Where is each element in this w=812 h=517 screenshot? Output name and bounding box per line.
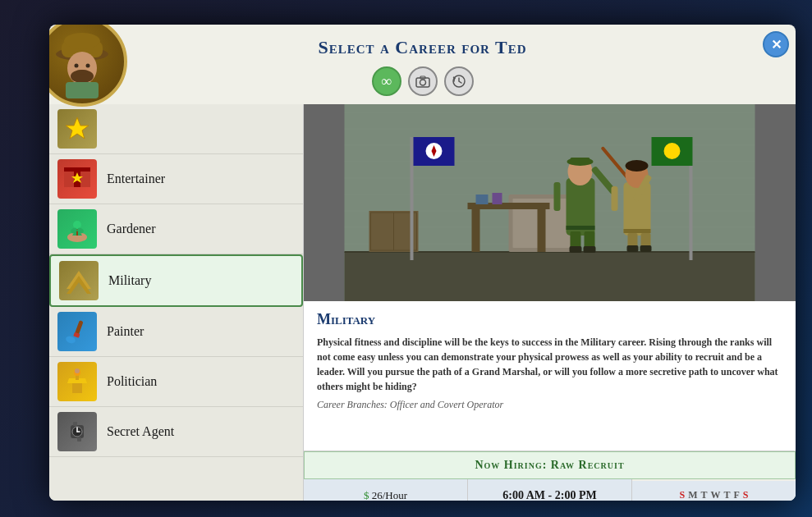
svg-rect-43 (345, 252, 755, 301)
svg-point-33 (75, 368, 80, 373)
svg-rect-68 (584, 246, 596, 253)
career-description: Physical fitness and discipline will be … (317, 335, 782, 394)
career-icon-gardener (57, 209, 97, 249)
svg-point-10 (420, 80, 425, 85)
svg-rect-73 (612, 186, 618, 211)
day-t2: T (723, 489, 730, 501)
stat-schedule-value: 6:00 AM - 2:00 PM (502, 489, 596, 501)
career-icon-military (59, 261, 99, 300)
career-detail: Military Physical fitness and discipline… (304, 104, 796, 501)
svg-rect-60 (571, 158, 590, 164)
career-info: Military Physical fitness and discipline… (304, 301, 796, 451)
stat-days: S M T W T F S (632, 481, 796, 501)
close-button[interactable]: ✕ (763, 31, 789, 57)
dialog-title: Select a Career for Ted (49, 25, 796, 62)
toolbar-history-btn[interactable] (444, 66, 474, 96)
list-item-gardener[interactable]: Gardener (49, 204, 303, 254)
career-list: Entertainer Gardener (49, 104, 304, 501)
svg-rect-8 (66, 82, 99, 98)
svg-rect-78 (640, 245, 652, 252)
career-info-title: Military (317, 311, 782, 328)
career-name-painter: Painter (107, 324, 144, 339)
svg-point-71 (626, 160, 649, 172)
day-s2: S (743, 489, 749, 501)
career-icon-painter (57, 312, 97, 351)
svg-point-4 (75, 63, 79, 67)
svg-rect-81 (538, 209, 546, 252)
hiring-banner: Now Hiring: Raw Recruit (304, 451, 796, 479)
svg-point-54 (664, 143, 681, 159)
list-item-entertainer[interactable]: Entertainer (49, 154, 303, 204)
career-icon-entertainer (57, 159, 97, 199)
main-content: Entertainer Gardener (49, 104, 796, 501)
svg-rect-17 (64, 167, 90, 172)
stat-pay: $ 26/Hour (304, 479, 468, 501)
svg-rect-83 (493, 193, 502, 204)
svg-rect-77 (627, 245, 639, 252)
career-description-bold: Physical fitness and discipline will be … (317, 336, 778, 392)
svg-point-5 (86, 63, 90, 67)
list-item-secret-agent[interactable]: Secret Agent (49, 407, 303, 457)
day-f: F (734, 489, 740, 501)
day-w: W (710, 489, 720, 501)
career-branches: Career Branches: Officer and Covert Oper… (317, 399, 782, 411)
day-s1: S (679, 489, 685, 501)
career-name-secret-agent: Secret Agent (107, 424, 174, 439)
day-m: M (688, 489, 697, 501)
svg-rect-82 (476, 194, 489, 204)
stat-schedule: 6:00 AM - 2:00 PM (468, 479, 632, 501)
toolbar-camera-btn[interactable] (408, 66, 438, 96)
svg-rect-39 (77, 437, 81, 442)
svg-rect-67 (570, 246, 582, 253)
career-dialog: ✕ Select a Career for Ted ∞ (49, 25, 796, 501)
career-icon-politician (57, 362, 97, 401)
svg-point-7 (76, 70, 89, 75)
svg-rect-29 (72, 383, 82, 393)
stat-pay-value: 26/Hour (372, 489, 407, 501)
career-name-politician: Politician (107, 374, 157, 389)
svg-rect-80 (472, 209, 480, 252)
toolbar: ∞ (49, 62, 796, 104)
schedule-days: S M T W T F S (640, 489, 787, 501)
svg-point-2 (64, 33, 100, 49)
svg-rect-38 (73, 422, 77, 426)
list-item[interactable] (49, 104, 303, 154)
toolbar-infinity-btn[interactable]: ∞ (372, 66, 401, 96)
list-item-military[interactable]: Military (49, 254, 303, 307)
career-icon-partial (57, 109, 97, 149)
career-bottom: Now Hiring: Raw Recruit $ 26/Hour 6:00 A… (304, 451, 796, 501)
list-item-politician[interactable]: Politician (49, 357, 303, 407)
svg-rect-69 (624, 182, 651, 236)
svg-marker-13 (66, 117, 89, 139)
svg-rect-63 (554, 182, 561, 211)
stat-pay-label: $ 26/Hour (364, 489, 407, 501)
dollar-sign: $ (364, 489, 369, 501)
career-stats: $ 26/Hour 6:00 AM - 2:00 PM S M T W (304, 479, 796, 501)
career-name-military: Military (108, 273, 151, 288)
career-name-gardener: Gardener (107, 222, 156, 236)
career-icon-secret-agent (57, 412, 97, 451)
svg-rect-48 (411, 137, 414, 260)
svg-rect-74 (624, 229, 651, 233)
day-t1: T (700, 489, 707, 501)
career-name-entertainer: Entertainer (107, 172, 165, 186)
svg-point-20 (73, 221, 81, 229)
list-item-painter[interactable]: Painter (49, 307, 303, 357)
career-image (304, 104, 796, 301)
svg-rect-64 (567, 226, 595, 230)
